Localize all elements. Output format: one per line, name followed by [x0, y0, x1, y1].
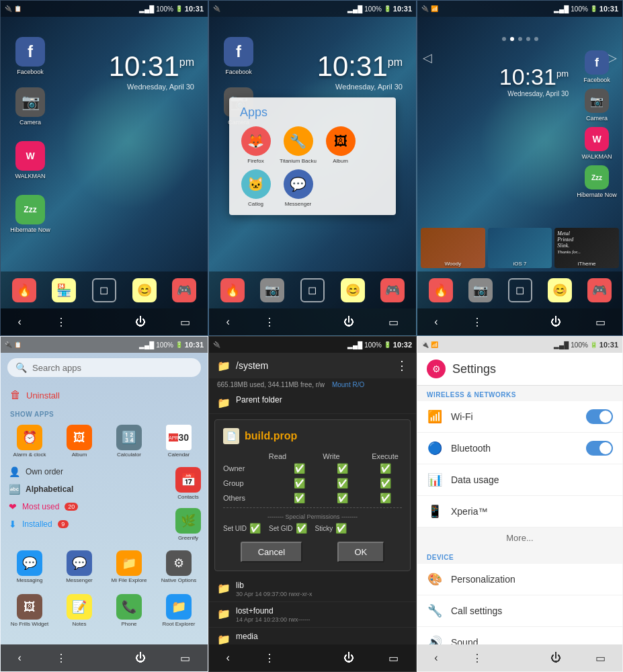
popup-titanium[interactable]: 🔧 Titanium Backu — [280, 126, 317, 164]
facebook-app-2[interactable]: f Facebook — [218, 37, 259, 75]
bluetooth-toggle[interactable] — [586, 441, 613, 456]
back-button-4[interactable]: ‹ — [13, 649, 27, 667]
dock-emoji[interactable]: 😊 — [132, 278, 157, 302]
theme-itheme[interactable]: MetalPrintedSlink.Thanks for... iTheme — [554, 228, 619, 268]
recent-button-3[interactable]: ▭ — [590, 313, 611, 331]
nofrills-app[interactable]: 🖼 No Frills Widget — [6, 591, 53, 630]
parent-folder-item[interactable]: 📁 Parent folder — [209, 391, 416, 414]
dock2-square[interactable]: ◻ — [300, 278, 325, 302]
ok-button[interactable]: OK — [337, 542, 385, 562]
home-button-1[interactable] — [95, 319, 106, 325]
dock2-games[interactable]: 🎮 — [380, 278, 405, 302]
back-button-3[interactable]: ‹ — [429, 313, 443, 331]
power-button-4[interactable]: ⏻ — [130, 649, 151, 667]
cancel-button[interactable]: Cancel — [241, 542, 302, 562]
more-settings[interactable]: More... — [417, 528, 622, 548]
theme-ios7[interactable]: iOS 7 — [488, 228, 552, 268]
popup-catlog[interactable]: 🐱 Catlog — [237, 169, 274, 207]
bluetooth-setting[interactable]: 🔵 Bluetooth — [417, 433, 622, 464]
messaging-app[interactable]: 💬 Messaging — [6, 548, 53, 586]
dock-store[interactable]: 🏪 — [52, 278, 76, 302]
recent-button-1[interactable]: ▭ — [175, 313, 196, 331]
dock-firefox[interactable]: 🔥 — [12, 278, 36, 302]
mount-btn[interactable]: Mount R/O — [332, 381, 364, 388]
recent-button-4[interactable]: ▭ — [175, 649, 196, 667]
uninstall-button[interactable]: 🗑 Uninstall — [7, 385, 201, 405]
album-app[interactable]: 🖼 Album — [56, 422, 103, 460]
menu-button-3[interactable]: ⋮ — [466, 313, 488, 331]
power-button-5[interactable]: ⏻ — [338, 649, 360, 667]
back-button-1[interactable]: ‹ — [13, 313, 27, 331]
personalization-setting[interactable]: 🎨 Personalization — [417, 564, 622, 595]
dock3-2[interactable]: 📷 — [468, 278, 493, 302]
menu-button-4[interactable]: ⋮ — [50, 649, 72, 667]
sound-setting[interactable]: 🔊 Sound — [417, 627, 622, 644]
set-gid-check[interactable]: ✅ — [296, 523, 307, 534]
fm-item-lost[interactable]: 📁 lost+found 14 Apr 14 10:23:00 rwx-----… — [209, 602, 416, 628]
recent-button-5[interactable]: ▭ — [383, 649, 404, 667]
recent-button-6[interactable]: ▭ — [590, 649, 611, 667]
power-button-3[interactable]: ⏻ — [545, 313, 567, 331]
home-button-5[interactable] — [304, 655, 315, 661]
menu-button-2[interactable]: ⋮ — [259, 313, 280, 331]
call-settings[interactable]: 🔧 Call settings — [417, 595, 622, 627]
installed-button[interactable]: ⬇ Installed 9 — [6, 517, 171, 532]
xperia-setting[interactable]: 📱 Xperia™ — [417, 496, 622, 528]
hibernate-app-3[interactable]: Zzz Hibernate Now — [577, 165, 617, 198]
dock3-5[interactable]: 🎮 — [587, 278, 612, 302]
alarm-app[interactable]: ⏰ Alarm & clock — [6, 422, 53, 460]
dock-games[interactable]: 🎮 — [172, 278, 196, 302]
most-used-button[interactable]: ❤ Most used 20 — [6, 499, 171, 514]
back-button-2[interactable]: ‹ — [221, 313, 235, 331]
native-options-app[interactable]: ⚙ Native Options — [155, 548, 202, 586]
dock2-firefox[interactable]: 🔥 — [220, 278, 245, 302]
contacts-app[interactable]: 📅 Contacts — [174, 464, 202, 503]
calculator-app[interactable]: 🔢 Calculator — [106, 422, 153, 460]
phone-app[interactable]: 📞 Phone — [106, 591, 153, 630]
sticky-check[interactable]: ✅ — [335, 523, 347, 534]
wifi-setting[interactable]: 📶 Wi-Fi — [417, 401, 622, 433]
dock2-store[interactable]: 📷 — [260, 278, 284, 302]
own-order-button[interactable]: 👤 Own order — [6, 464, 171, 479]
theme-woody[interactable]: Woody — [421, 228, 485, 268]
home-button-6[interactable] — [511, 655, 522, 661]
greenify-app[interactable]: 🌿 Greenify — [174, 505, 202, 544]
home-button-3[interactable] — [511, 319, 522, 325]
power-button-2[interactable]: ⏻ — [338, 313, 360, 331]
dock3-1[interactable]: 🔥 — [429, 278, 453, 302]
messenger-app[interactable]: 💬 Messenger — [56, 548, 103, 586]
file-explorer-app[interactable]: 📁 Mi File Explore — [106, 548, 153, 586]
arrow-left-3[interactable]: ◁ — [423, 50, 432, 65]
alphabetical-button[interactable]: 🔤 Alphabetical — [6, 482, 171, 497]
menu-button-5[interactable]: ⋮ — [259, 649, 280, 667]
calendar-app[interactable]: APR 30 Calendar — [155, 422, 202, 460]
power-button-1[interactable]: ⏻ — [130, 313, 151, 331]
root-explorer-app[interactable]: 📁 Root Explorer — [155, 591, 202, 630]
fm-menu-icon[interactable]: ⋮ — [396, 358, 408, 373]
wifi-toggle[interactable] — [586, 409, 613, 424]
recent-button-2[interactable]: ▭ — [383, 313, 404, 331]
popup-messenger[interactable]: 💬 Messenger — [280, 169, 317, 207]
fb-app-3[interactable]: f Facebook — [577, 50, 617, 83]
home-button-2[interactable] — [304, 319, 315, 325]
notes-app[interactable]: 📝 Notes — [56, 591, 103, 630]
home-button-4[interactable] — [95, 655, 106, 661]
walkman-app-3[interactable]: W WALKMAN — [577, 127, 617, 160]
menu-button-6[interactable]: ⋮ — [466, 649, 488, 667]
popup-album[interactable]: 🖼 Album — [322, 126, 359, 164]
back-button-5[interactable]: ‹ — [221, 649, 235, 667]
camera-app-icon[interactable]: 📷 Camera — [10, 87, 50, 126]
walkman-app-icon[interactable]: W WALKMAN — [10, 141, 50, 179]
hibernate-app-icon[interactable]: Zzz Hibernate Now — [10, 195, 50, 233]
back-button-6[interactable]: ‹ — [429, 649, 443, 667]
fm-item-media[interactable]: 📁 media — [209, 628, 416, 644]
camera-app-3[interactable]: 📷 Camera — [577, 89, 617, 122]
popup-firefox[interactable]: 🦊 Firefox — [237, 126, 274, 164]
dock2-emoji[interactable]: 😊 — [341, 278, 365, 302]
power-button-6[interactable]: ⏻ — [545, 649, 567, 667]
data-usage-setting[interactable]: 📊 Data usage — [417, 464, 622, 496]
fm-item-lib[interactable]: 📁 lib 30 Apr 14 09:37:00 rwxr-xr-x — [209, 577, 416, 602]
facebook-app-icon[interactable]: f Facebook — [10, 37, 50, 75]
set-uid-check[interactable]: ✅ — [249, 523, 261, 534]
search-bar[interactable]: 🔍 Search apps — [7, 358, 201, 377]
